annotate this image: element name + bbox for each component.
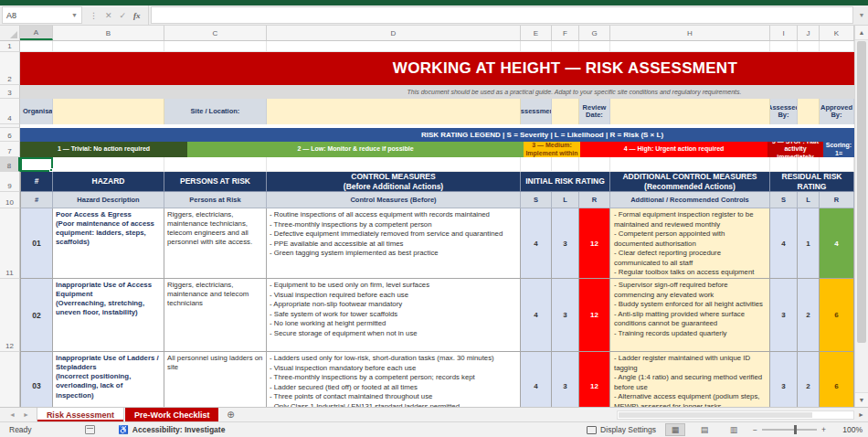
cell[interactable] bbox=[770, 157, 798, 172]
cell[interactable] bbox=[267, 157, 521, 172]
formula-bar-expand-icon[interactable]: ▼ bbox=[855, 5, 868, 25]
persons-at-risk[interactable]: Riggers, electricians, maintenance and t… bbox=[164, 279, 267, 352]
initial-severity[interactable]: 4 bbox=[521, 352, 552, 407]
cell[interactable] bbox=[798, 41, 820, 52]
horizontal-scroll-track[interactable] bbox=[617, 410, 854, 420]
document-title[interactable]: WORKING AT HEIGHT — RISK ASSESSMENT bbox=[20, 52, 854, 85]
zoom-in-icon[interactable]: + bbox=[821, 425, 826, 434]
persons-at-risk[interactable]: Riggers, electricians, maintenance techn… bbox=[164, 208, 267, 279]
zoom-level[interactable]: 100% bbox=[835, 425, 863, 434]
row-header-3[interactable]: 3 bbox=[0, 85, 20, 99]
residual-severity[interactable]: 3 bbox=[770, 279, 798, 352]
scroll-up-icon[interactable]: ▲ bbox=[855, 26, 868, 40]
fill-handle[interactable] bbox=[49, 168, 53, 172]
page-break-view-icon[interactable]: ▥ bbox=[724, 423, 744, 436]
assessment-input[interactable] bbox=[552, 99, 579, 124]
enter-icon[interactable]: ✓ bbox=[120, 11, 127, 20]
initial-risk[interactable]: 12 bbox=[579, 352, 610, 407]
normal-view-icon[interactable]: ▦ bbox=[665, 423, 685, 436]
column-header-f[interactable]: F bbox=[552, 26, 579, 40]
zoom-slider-thumb[interactable] bbox=[794, 425, 797, 434]
row-header-1[interactable]: 1 bbox=[0, 41, 20, 52]
organisation-input[interactable] bbox=[53, 99, 164, 124]
row-header-2[interactable]: 2 bbox=[0, 52, 20, 85]
column-header-k[interactable]: K bbox=[820, 26, 854, 40]
cancel-icon[interactable]: ✕ bbox=[105, 11, 112, 20]
cell[interactable] bbox=[579, 157, 610, 172]
zoom-out-icon[interactable]: − bbox=[753, 425, 757, 434]
column-header-b[interactable]: B bbox=[53, 26, 164, 40]
row-header-4[interactable]: 4 bbox=[0, 99, 20, 124]
zoom-slider[interactable] bbox=[762, 429, 817, 431]
initial-likelihood[interactable]: 3 bbox=[552, 352, 579, 407]
column-header-j[interactable]: J bbox=[798, 26, 820, 40]
select-all-corner[interactable] bbox=[0, 26, 20, 40]
residual-severity[interactable]: 3 bbox=[770, 352, 798, 407]
scroll-right-icon[interactable]: ► bbox=[854, 411, 868, 418]
column-header-a[interactable]: A bbox=[20, 26, 53, 40]
additional-controls[interactable]: - Ladder register maintained with unique… bbox=[610, 352, 770, 407]
cell[interactable] bbox=[53, 157, 164, 172]
control-measures[interactable]: - Equipment to be used only on firm, lev… bbox=[267, 279, 521, 352]
additional-controls[interactable]: - Formal equipment inspection register t… bbox=[610, 208, 770, 279]
horizontal-scroll-thumb[interactable] bbox=[619, 412, 812, 418]
cell[interactable] bbox=[20, 41, 53, 52]
risk-legend-header[interactable]: RISK RATING LEGEND | S = Severity | L = … bbox=[20, 128, 854, 142]
new-sheet-icon[interactable]: ⊕ bbox=[218, 408, 242, 421]
cell[interactable] bbox=[53, 41, 164, 52]
row-header-11[interactable]: 11 bbox=[0, 208, 20, 279]
page-layout-view-icon[interactable]: ▤ bbox=[694, 423, 715, 436]
vertical-scrollbar[interactable]: ▲ ▼ bbox=[854, 26, 868, 407]
cell[interactable] bbox=[770, 41, 798, 52]
formula-input[interactable] bbox=[151, 6, 853, 24]
document-subtitle[interactable]: This document should be used as a practi… bbox=[20, 85, 854, 99]
review-date-input[interactable] bbox=[610, 99, 770, 124]
cell[interactable] bbox=[552, 157, 579, 172]
cell[interactable] bbox=[521, 157, 552, 172]
residual-risk[interactable]: 6 bbox=[820, 352, 854, 407]
column-header-h[interactable]: H bbox=[610, 26, 770, 40]
cell[interactable] bbox=[610, 157, 770, 172]
row-header-7[interactable]: 7 bbox=[0, 142, 20, 157]
scroll-down-icon[interactable]: ▼ bbox=[855, 392, 868, 407]
selected-cell-a8[interactable] bbox=[20, 157, 53, 172]
cell[interactable] bbox=[164, 41, 267, 52]
cell[interactable] bbox=[579, 41, 610, 52]
vertical-scroll-thumb[interactable] bbox=[857, 41, 866, 343]
initial-risk[interactable]: 12 bbox=[579, 208, 610, 279]
accessibility-status[interactable]: ♿ Accessibility: Investigate bbox=[119, 425, 226, 434]
hazard-id[interactable]: 02 bbox=[20, 279, 53, 352]
assessed-by-input[interactable] bbox=[798, 99, 820, 124]
name-box[interactable]: A8 ▼ bbox=[2, 6, 82, 24]
column-header-i[interactable]: I bbox=[770, 26, 798, 40]
row-header-8[interactable]: 8 bbox=[0, 157, 20, 172]
residual-severity[interactable]: 4 bbox=[770, 208, 798, 279]
residual-risk[interactable]: 6 bbox=[820, 279, 854, 352]
name-box-dropdown-icon[interactable]: ▼ bbox=[71, 12, 78, 18]
hazard-description[interactable]: Poor Access & Egress (Poor maintenance o… bbox=[53, 208, 164, 279]
cell[interactable] bbox=[610, 41, 770, 52]
hazard-id[interactable]: 01 bbox=[20, 208, 53, 279]
column-header-e[interactable]: E bbox=[521, 26, 552, 40]
tab-risk-assessment[interactable]: Risk Assessment bbox=[37, 408, 124, 421]
initial-severity[interactable]: 4 bbox=[521, 208, 552, 279]
residual-likelihood[interactable]: 1 bbox=[798, 208, 820, 279]
hazard-id[interactable]: 03 bbox=[20, 352, 53, 407]
cell[interactable] bbox=[820, 41, 854, 52]
tab-nav-right-icon[interactable]: ► bbox=[23, 411, 29, 418]
display-settings-button[interactable]: Display Settings bbox=[587, 425, 656, 434]
insert-function-icon[interactable]: fx bbox=[133, 11, 141, 20]
cell[interactable] bbox=[267, 41, 521, 52]
hazard-description[interactable]: Inappropriate Use of Ladders / Stepladde… bbox=[53, 352, 164, 407]
tab-pre-work-checklist[interactable]: Pre-Work Checklist bbox=[125, 408, 218, 421]
persons-at-risk[interactable]: All personnel using ladders on site bbox=[164, 352, 267, 407]
cell[interactable] bbox=[552, 41, 579, 52]
control-measures[interactable]: - Routine inspections of all access equi… bbox=[267, 208, 521, 279]
initial-likelihood[interactable]: 3 bbox=[552, 279, 579, 352]
cell[interactable] bbox=[798, 157, 820, 172]
row-header-10[interactable]: 10 bbox=[0, 192, 20, 208]
cell[interactable] bbox=[820, 157, 854, 172]
additional-controls[interactable]: - Supervisor sign-off required before co… bbox=[610, 279, 770, 352]
column-header-g[interactable]: G bbox=[579, 26, 610, 40]
row-header-9[interactable]: 9 bbox=[0, 172, 20, 192]
